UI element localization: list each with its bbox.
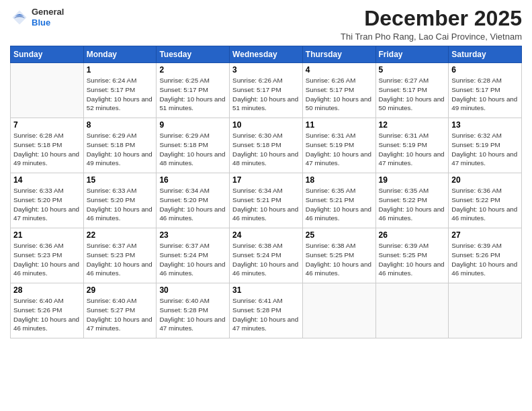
day-info: Sunrise: 6:40 AMSunset: 5:28 PMDaylight:… xyxy=(159,296,226,333)
day-info: Sunrise: 6:31 AMSunset: 5:19 PMDaylight:… xyxy=(306,131,373,168)
day-info: Sunrise: 6:35 AMSunset: 5:22 PMDaylight:… xyxy=(379,186,446,223)
weekday-header-row: SundayMondayTuesdayWednesdayThursdayFrid… xyxy=(11,46,522,63)
day-number: 12 xyxy=(379,120,446,130)
day-info: Sunrise: 6:39 AMSunset: 5:25 PMDaylight:… xyxy=(379,241,446,278)
day-info: Sunrise: 6:26 AMSunset: 5:17 PMDaylight:… xyxy=(306,76,373,113)
day-info: Sunrise: 6:37 AMSunset: 5:23 PMDaylight:… xyxy=(87,241,154,278)
day-cell: 17Sunrise: 6:34 AMSunset: 5:21 PMDayligh… xyxy=(230,173,303,228)
day-cell: 3Sunrise: 6:26 AMSunset: 5:17 PMDaylight… xyxy=(230,63,303,118)
day-info: Sunrise: 6:38 AMSunset: 5:25 PMDaylight:… xyxy=(306,241,373,278)
title-block: December 2025 Thi Tran Pho Rang, Lao Cai… xyxy=(341,7,522,42)
day-cell: 29Sunrise: 6:40 AMSunset: 5:27 PMDayligh… xyxy=(83,283,157,338)
day-info: Sunrise: 6:33 AMSunset: 5:20 PMDaylight:… xyxy=(87,186,154,223)
day-number: 19 xyxy=(379,175,446,185)
day-cell: 23Sunrise: 6:37 AMSunset: 5:24 PMDayligh… xyxy=(157,228,230,283)
day-cell: 12Sunrise: 6:31 AMSunset: 5:19 PMDayligh… xyxy=(375,118,449,173)
day-info: Sunrise: 6:39 AMSunset: 5:26 PMDaylight:… xyxy=(451,241,519,278)
day-info: Sunrise: 6:34 AMSunset: 5:20 PMDaylight:… xyxy=(159,186,226,223)
day-cell: 24Sunrise: 6:38 AMSunset: 5:24 PMDayligh… xyxy=(230,228,303,283)
day-cell: 19Sunrise: 6:35 AMSunset: 5:22 PMDayligh… xyxy=(375,173,449,228)
day-number: 21 xyxy=(13,230,81,240)
day-cell: 18Sunrise: 6:35 AMSunset: 5:21 PMDayligh… xyxy=(302,173,375,228)
day-info: Sunrise: 6:36 AMSunset: 5:23 PMDaylight:… xyxy=(13,241,81,278)
day-cell: 16Sunrise: 6:34 AMSunset: 5:20 PMDayligh… xyxy=(157,173,230,228)
day-number: 3 xyxy=(232,65,300,75)
day-number: 15 xyxy=(87,175,154,185)
day-number: 26 xyxy=(379,230,446,240)
day-cell: 14Sunrise: 6:33 AMSunset: 5:20 PMDayligh… xyxy=(11,173,84,228)
day-cell: 28Sunrise: 6:40 AMSunset: 5:26 PMDayligh… xyxy=(11,283,84,338)
day-cell: 15Sunrise: 6:33 AMSunset: 5:20 PMDayligh… xyxy=(83,173,157,228)
day-info: Sunrise: 6:38 AMSunset: 5:24 PMDaylight:… xyxy=(232,241,300,278)
day-cell: 4Sunrise: 6:26 AMSunset: 5:17 PMDaylight… xyxy=(302,63,375,118)
calendar-table: SundayMondayTuesdayWednesdayThursdayFrid… xyxy=(10,46,522,338)
day-info: Sunrise: 6:24 AMSunset: 5:17 PMDaylight:… xyxy=(87,76,154,113)
weekday-friday: Friday xyxy=(375,46,449,63)
day-info: Sunrise: 6:33 AMSunset: 5:20 PMDaylight:… xyxy=(13,186,81,223)
day-cell: 21Sunrise: 6:36 AMSunset: 5:23 PMDayligh… xyxy=(11,228,84,283)
weekday-tuesday: Tuesday xyxy=(157,46,230,63)
weekday-sunday: Sunday xyxy=(11,46,84,63)
day-cell: 22Sunrise: 6:37 AMSunset: 5:23 PMDayligh… xyxy=(83,228,157,283)
month-year-title: December 2025 xyxy=(341,7,522,30)
day-number: 7 xyxy=(13,120,81,130)
day-info: Sunrise: 6:35 AMSunset: 5:21 PMDaylight:… xyxy=(306,186,373,223)
day-info: Sunrise: 6:31 AMSunset: 5:19 PMDaylight:… xyxy=(379,131,446,168)
day-cell: 5Sunrise: 6:27 AMSunset: 5:17 PMDaylight… xyxy=(375,63,449,118)
day-number: 23 xyxy=(159,230,226,240)
day-number: 31 xyxy=(232,285,300,295)
day-cell: 7Sunrise: 6:28 AMSunset: 5:18 PMDaylight… xyxy=(11,118,84,173)
week-row-2: 7Sunrise: 6:28 AMSunset: 5:18 PMDaylight… xyxy=(11,118,522,173)
day-cell: 31Sunrise: 6:41 AMSunset: 5:28 PMDayligh… xyxy=(230,283,303,338)
day-number: 27 xyxy=(451,230,519,240)
day-cell xyxy=(375,283,449,338)
weekday-thursday: Thursday xyxy=(302,46,375,63)
day-number: 30 xyxy=(159,285,226,295)
day-cell: 6Sunrise: 6:28 AMSunset: 5:17 PMDaylight… xyxy=(449,63,522,118)
day-number: 20 xyxy=(451,175,519,185)
day-number: 9 xyxy=(159,120,226,130)
week-row-1: 1Sunrise: 6:24 AMSunset: 5:17 PMDaylight… xyxy=(11,63,522,118)
day-number: 25 xyxy=(306,230,373,240)
day-info: Sunrise: 6:29 AMSunset: 5:18 PMDaylight:… xyxy=(87,131,154,168)
day-cell: 20Sunrise: 6:36 AMSunset: 5:22 PMDayligh… xyxy=(449,173,522,228)
day-cell: 11Sunrise: 6:31 AMSunset: 5:19 PMDayligh… xyxy=(302,118,375,173)
day-cell: 25Sunrise: 6:38 AMSunset: 5:25 PMDayligh… xyxy=(302,228,375,283)
day-number: 1 xyxy=(87,65,154,75)
day-cell: 8Sunrise: 6:29 AMSunset: 5:18 PMDaylight… xyxy=(83,118,157,173)
day-number: 17 xyxy=(232,175,300,185)
week-row-4: 21Sunrise: 6:36 AMSunset: 5:23 PMDayligh… xyxy=(11,228,522,283)
day-info: Sunrise: 6:40 AMSunset: 5:27 PMDaylight:… xyxy=(87,296,154,333)
day-info: Sunrise: 6:28 AMSunset: 5:18 PMDaylight:… xyxy=(13,131,81,168)
day-info: Sunrise: 6:36 AMSunset: 5:22 PMDaylight:… xyxy=(451,186,519,223)
day-info: Sunrise: 6:30 AMSunset: 5:18 PMDaylight:… xyxy=(232,131,300,168)
day-info: Sunrise: 6:26 AMSunset: 5:17 PMDaylight:… xyxy=(232,76,300,113)
day-number: 22 xyxy=(87,230,154,240)
weekday-wednesday: Wednesday xyxy=(230,46,303,63)
day-info: Sunrise: 6:37 AMSunset: 5:24 PMDaylight:… xyxy=(159,241,226,278)
day-number: 10 xyxy=(232,120,300,130)
day-info: Sunrise: 6:29 AMSunset: 5:18 PMDaylight:… xyxy=(159,131,226,168)
day-number: 16 xyxy=(159,175,226,185)
day-info: Sunrise: 6:25 AMSunset: 5:17 PMDaylight:… xyxy=(159,76,226,113)
day-cell: 10Sunrise: 6:30 AMSunset: 5:18 PMDayligh… xyxy=(230,118,303,173)
week-row-3: 14Sunrise: 6:33 AMSunset: 5:20 PMDayligh… xyxy=(11,173,522,228)
day-number: 24 xyxy=(232,230,300,240)
logo-icon xyxy=(10,8,29,27)
location-subtitle: Thi Tran Pho Rang, Lao Cai Province, Vie… xyxy=(341,32,522,42)
weekday-saturday: Saturday xyxy=(449,46,522,63)
day-number: 18 xyxy=(306,175,373,185)
day-number: 4 xyxy=(306,65,373,75)
header: General Blue December 2025 Thi Tran Pho … xyxy=(10,7,522,42)
day-number: 29 xyxy=(87,285,154,295)
day-info: Sunrise: 6:28 AMSunset: 5:17 PMDaylight:… xyxy=(451,76,519,113)
logo-text: General Blue xyxy=(32,7,64,28)
day-number: 5 xyxy=(379,65,446,75)
day-number: 2 xyxy=(159,65,226,75)
day-info: Sunrise: 6:32 AMSunset: 5:19 PMDaylight:… xyxy=(451,131,519,168)
day-cell: 30Sunrise: 6:40 AMSunset: 5:28 PMDayligh… xyxy=(157,283,230,338)
day-info: Sunrise: 6:27 AMSunset: 5:17 PMDaylight:… xyxy=(379,76,446,113)
day-cell: 27Sunrise: 6:39 AMSunset: 5:26 PMDayligh… xyxy=(449,228,522,283)
day-info: Sunrise: 6:34 AMSunset: 5:21 PMDaylight:… xyxy=(232,186,300,223)
logo: General Blue xyxy=(10,7,64,28)
